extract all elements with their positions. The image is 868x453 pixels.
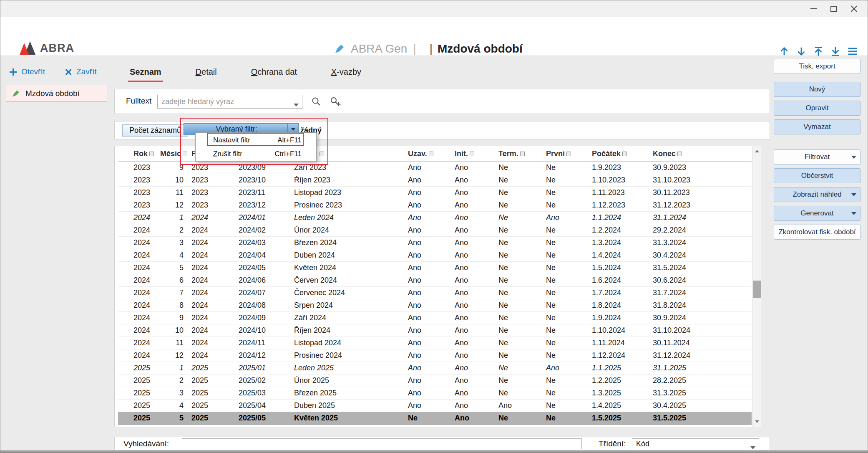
- table-row[interactable]: 2024220242024/02Únor 2024AnoAnoNeNe1.2.2…: [118, 224, 752, 237]
- cell-prvni: Ne: [546, 249, 592, 261]
- menu-item-nastavit-filtr[interactable]: Nastavit filtrAlt+F11: [196, 133, 316, 147]
- cell-rok: 2023: [118, 174, 156, 186]
- table-row[interactable]: 2025320252025/03Březen 2025AnoAnoNeNe1.3…: [118, 387, 752, 400]
- menu-icon[interactable]: [847, 46, 858, 57]
- panel-divider: [774, 78, 860, 78]
- sort-select[interactable]: Kód: [632, 438, 759, 449]
- sidebar-item-mzdova-obdobi[interactable]: Mzdová období: [6, 85, 107, 102]
- sort-indicator-icon[interactable]: [566, 152, 571, 156]
- column-header-prvni[interactable]: První: [546, 146, 592, 161]
- table-scrollbar[interactable]: [752, 146, 762, 427]
- sort-indicator-icon[interactable]: [677, 152, 682, 156]
- table-row[interactable]: 2024320242024/03Březen 2024AnoAnoNeNe1.3…: [118, 237, 752, 249]
- cell-mesic: 3: [156, 237, 189, 249]
- cell-term: Ne: [498, 187, 546, 199]
- close-agenda-button[interactable]: Zavřít: [65, 67, 97, 76]
- zkontrolovat-fisk-obdob-button[interactable]: Zkontrolovat fisk. období: [774, 225, 860, 240]
- sort-indicator-icon[interactable]: [520, 152, 525, 156]
- scrollbar-up-button[interactable]: [752, 146, 762, 156]
- tab-detail[interactable]: Detail: [195, 64, 218, 82]
- menu-item-zru-it-filtr[interactable]: Zrušit filtrCtrl+F11: [196, 147, 316, 161]
- table-row[interactable]: 20231220232023/12Prosinec 2023AnoAnoNeNe…: [118, 199, 752, 212]
- tab-x-vazby[interactable]: X-vazby: [330, 64, 362, 82]
- column-header-rok[interactable]: Rok: [118, 146, 156, 161]
- maximize-button[interactable]: [827, 2, 841, 15]
- sort-indicator-icon[interactable]: [622, 152, 627, 156]
- combo-dropdown-icon[interactable]: [294, 101, 299, 108]
- table-row[interactable]: 2025120252025/01Leden 2025AnoAnoNeAno1.1…: [118, 362, 752, 375]
- sort-indicator-icon[interactable]: [470, 152, 474, 156]
- table-row[interactable]: 2023920232023/09Září 2023AnoAnoNeNe1.9.2…: [118, 162, 752, 174]
- open-agenda-button[interactable]: Otevřít: [10, 67, 45, 76]
- cell-rok: 2024: [118, 312, 156, 324]
- sort-indicator-icon[interactable]: [183, 152, 187, 156]
- filtrovat-button[interactable]: Filtrovat: [774, 149, 860, 164]
- column-header-mesic[interactable]: Měsíc: [156, 146, 189, 161]
- cell-term: Ano: [498, 400, 546, 412]
- panel-spacer: [774, 138, 860, 146]
- table-row[interactable]: 2025220252025/02Únor 2025AnoAnoNeNe1.2.2…: [118, 375, 752, 387]
- dropdown-arrow-icon[interactable]: [851, 212, 856, 215]
- column-header-uzav[interactable]: Uzav.: [408, 146, 455, 161]
- opravit-button[interactable]: Opravit: [774, 101, 860, 116]
- table-row[interactable]: 2024720242024/07Červenec 2024AnoAnoNeNe1…: [118, 287, 752, 299]
- table-row[interactable]: 2024620242024/06Červen 2024AnoAnoNeNe1.6…: [118, 274, 752, 287]
- scroll-top-icon[interactable]: [813, 46, 824, 57]
- cell-prvni: Ne: [546, 375, 592, 387]
- table-row[interactable]: 20241120242024/11Listopad 2024AnoAnoNeNe…: [118, 337, 752, 349]
- dropdown-arrow-icon[interactable]: [851, 193, 856, 196]
- table-row[interactable]: 20241020242024/10Říjen 2024AnoAnoNeNe1.1…: [118, 324, 752, 337]
- scroll-down-icon[interactable]: [795, 46, 807, 57]
- scroll-up-icon[interactable]: [778, 46, 790, 57]
- cell-init: Ano: [455, 287, 498, 299]
- table-row[interactable]: 20241220242024/12Prosinec 2024AnoAnoNeNe…: [118, 349, 752, 362]
- table-row[interactable]: 2024920242024/09Září 2024AnoAnoNeNe1.9.2…: [118, 312, 752, 324]
- dropdown-arrow-icon[interactable]: [851, 156, 856, 159]
- column-header-konec[interactable]: Konec: [653, 146, 752, 161]
- minimize-button[interactable]: [807, 2, 821, 15]
- cell-kod: 2024/01: [239, 212, 294, 224]
- table-row[interactable]: 2024520242024/05Květen 2024AnoAnoNeNe1.5…: [118, 262, 752, 274]
- cell-pocatek: 1.7.2024: [592, 287, 653, 299]
- fulltext-combobox[interactable]: [157, 95, 302, 109]
- tisk-export-button[interactable]: Tisk, export: [774, 59, 860, 74]
- scroll-bottom-icon[interactable]: [830, 46, 841, 57]
- tab-ochrana-dat[interactable]: Ochrana dat: [250, 64, 298, 82]
- cell-pocatek: 1.3.2024: [592, 237, 653, 249]
- cell-nazev: Leden 2024: [294, 212, 408, 224]
- sort-indicator-icon[interactable]: [429, 152, 433, 156]
- column-header-init[interactable]: Init.: [455, 146, 498, 161]
- cell-init: Ano: [455, 224, 498, 236]
- fulltext-input[interactable]: [158, 95, 302, 108]
- table-row[interactable]: 20231020232023/10Říjen 2023AnoAnoNeNe1.1…: [118, 174, 752, 187]
- generovat-button[interactable]: Generovat: [774, 206, 860, 221]
- sort-label: Třídění:: [599, 439, 626, 448]
- cell-kod: 2024/03: [239, 237, 294, 249]
- table-row[interactable]: 2025520252025/05Květen 2025NeAnoNeNe1.5.…: [118, 412, 752, 425]
- search-advanced-button[interactable]: [330, 96, 341, 109]
- cell-uzav: Ano: [408, 287, 455, 299]
- incremental-search-input[interactable]: [182, 438, 582, 449]
- zobrazit-n-hled-button[interactable]: Zobrazit náhled: [774, 187, 860, 202]
- table-row[interactable]: 2024120242024/01Leden 2024AnoAnoNeAno1.1…: [118, 212, 752, 224]
- tab-seznam[interactable]: Seznam: [129, 64, 162, 82]
- scrollbar-thumb[interactable]: [753, 281, 761, 298]
- table-row[interactable]: 2025420252025/04Duben 2025AnoAnoAnoNe1.4…: [118, 400, 752, 412]
- sort-indicator-icon[interactable]: [320, 152, 324, 156]
- cell-init: Ano: [455, 237, 498, 249]
- cell-mesic: 1: [156, 362, 189, 374]
- column-header-pocatek[interactable]: Počátek: [592, 146, 653, 161]
- table-row[interactable]: 20231120232023/11Listopad 2023AnoAnoNeNe…: [118, 187, 752, 199]
- table-row[interactable]: 2024420242024/04Duben 2024AnoAnoNeNe1.4.…: [118, 249, 752, 262]
- sort-indicator-icon[interactable]: [149, 152, 154, 156]
- close-button[interactable]: [847, 2, 861, 15]
- nov-button[interactable]: Nový: [774, 82, 860, 97]
- table-row[interactable]: 2024820242024/08Srpen 2024AnoAnoNeNe1.8.…: [118, 299, 752, 312]
- scrollbar-down-button[interactable]: [752, 417, 762, 427]
- search-button[interactable]: [311, 96, 322, 109]
- vymazat-button[interactable]: Vymazat: [774, 119, 860, 134]
- cell-nazev: Říjen 2024: [294, 324, 408, 337]
- ob-erstvit-button[interactable]: Občerstvit: [774, 168, 860, 183]
- record-count-button[interactable]: Počet záznamů: [122, 124, 188, 137]
- column-header-term[interactable]: Term.: [498, 146, 546, 161]
